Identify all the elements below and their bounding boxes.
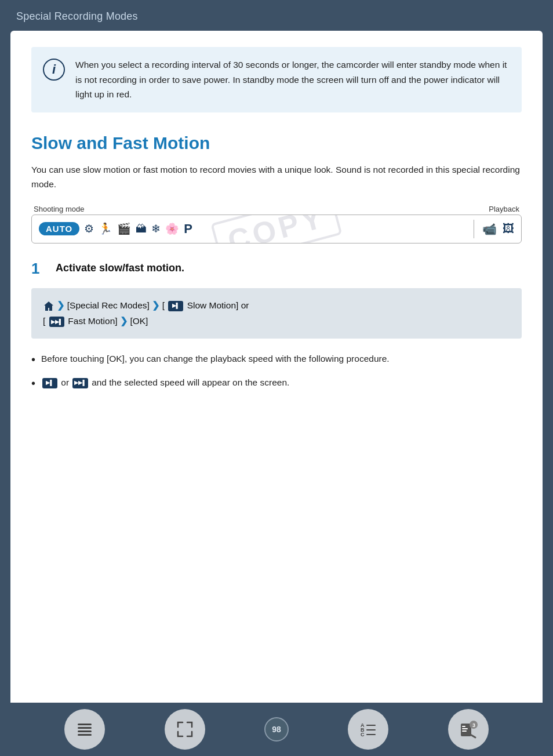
fit-icon: [174, 719, 195, 740]
photo-playback-icon: 🖼: [503, 222, 514, 235]
arrow-3: ❯: [120, 316, 130, 326]
shooting-mode-label: Shooting mode: [34, 205, 84, 213]
info-icon-wrap: i: [43, 59, 65, 102]
header-bar: Special Recording Modes: [0, 0, 553, 31]
svg-rect-12: [462, 726, 465, 727]
info-text: When you select a recording interval of …: [75, 57, 510, 102]
index-icon: A B C: [358, 719, 379, 740]
toc-icon: [74, 719, 95, 740]
svg-rect-13: [462, 728, 468, 729]
bullet-item-1: • Before touching [OK], you can change t…: [31, 351, 522, 369]
ok-text: [OK]: [130, 316, 148, 326]
fast-icon-inline: ▶▶▌: [72, 378, 88, 388]
command-line-1: ❯ [Special Rec Modes] ❯ [ ▶▌ Slow Motion…: [43, 297, 510, 313]
main-content: i When you select a recording interval o…: [10, 31, 543, 721]
index-button[interactable]: A B C: [348, 709, 388, 750]
step-1-row: 1 Activate slow/fast motion.: [31, 260, 522, 278]
command-line-2: [ ▶▶▌ Fast Motion] ❯ [OK]: [43, 313, 510, 329]
snow-mode-icon: ❄: [151, 222, 161, 235]
bullet-text-1: Before touching [OK], you can change the…: [41, 351, 390, 366]
svg-rect-0: [78, 724, 92, 725]
section-title: Slow and Fast Motion: [31, 133, 522, 153]
bullet-text-2: ▶▌ or ▶▶▌ and the selected speed will ap…: [41, 375, 289, 390]
macro-mode-icon: 🌸: [165, 222, 179, 235]
slow-motion-badge: ▶▌: [168, 301, 183, 311]
toc-button[interactable]: [64, 709, 105, 750]
header-title: Special Recording Modes: [16, 10, 138, 22]
section-intro: You can use slow motion or fast motion t…: [31, 162, 522, 192]
mode-icons-left: AUTO ⚙ 🏃 🎬 🏔 ❄ 🌸 P: [39, 221, 465, 237]
fit-button[interactable]: [165, 709, 205, 750]
playback-label: Playback: [489, 205, 519, 213]
info-icon: i: [43, 59, 65, 81]
bullet-dot-2: •: [31, 374, 35, 393]
svg-rect-3: [78, 734, 92, 736]
command-box: ❯ [Special Rec Modes] ❯ [ ▶▌ Slow Motion…: [31, 288, 522, 339]
cinema-mode-icon: 🎬: [117, 222, 131, 235]
sport-mode-icon: 🏃: [99, 222, 112, 235]
svg-rect-1: [78, 727, 92, 729]
auto-button[interactable]: AUTO: [39, 222, 79, 235]
bracket-open-2: [: [43, 316, 45, 326]
bullet-dot-1: •: [31, 350, 35, 369]
fast-motion-text: Fast Motion]: [68, 316, 117, 326]
bullet-item-2: • ▶▌ or ▶▶▌ and the selected speed will …: [31, 375, 522, 393]
svg-text:C: C: [361, 732, 365, 737]
p-mode-icon: P: [184, 221, 192, 237]
scene-mode-icon: 🏔: [136, 223, 147, 235]
bullet-list: • Before touching [OK], you can change t…: [31, 351, 522, 393]
fast-motion-badge: ▶▶▌: [49, 317, 64, 327]
mode-bar-labels: Shooting mode Playback: [31, 205, 522, 213]
playback-icons: 📹 🖼: [482, 222, 514, 236]
step-1-number: 1: [31, 260, 48, 278]
mode-divider: [474, 220, 475, 238]
home-icon: [43, 300, 54, 312]
page-number: 98: [272, 725, 281, 734]
bracket-open: [: [162, 300, 165, 310]
movie-playback-icon: 📹: [482, 222, 497, 236]
mode-bar-wrap: Shooting mode Playback COPY AUTO ⚙ 🏃 🎬 🏔…: [31, 205, 522, 243]
search-button[interactable]: 3: [448, 709, 489, 750]
arrow-1: ❯: [57, 300, 67, 310]
info-box: i When you select a recording interval o…: [31, 47, 522, 112]
svg-text:3: 3: [472, 722, 475, 728]
search-icon: 3: [458, 719, 479, 740]
step-1-text: Activate slow/fast motion.: [56, 260, 184, 274]
manual-mode-icon: ⚙: [84, 222, 94, 235]
mode-bar: COPY AUTO ⚙ 🏃 🎬 🏔 ❄ 🌸 P: [31, 215, 522, 243]
arrow-2: ❯: [152, 300, 162, 310]
bottom-nav: 98 A B C 3: [0, 703, 553, 756]
svg-rect-14: [462, 730, 467, 732]
svg-rect-2: [78, 730, 92, 732]
slow-motion-text: Slow Motion] or: [187, 300, 249, 310]
slow-icon-inline: ▶▌: [42, 378, 57, 388]
page-number-circle: 98: [264, 717, 289, 742]
special-rec-modes-text: [Special Rec Modes]: [67, 300, 150, 310]
